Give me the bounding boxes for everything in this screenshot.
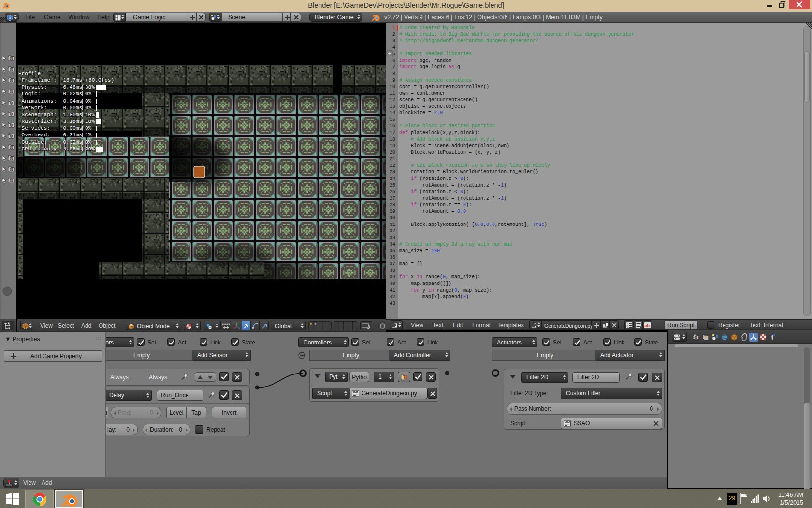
svg-text:ab: ab — [645, 323, 650, 328]
svg-text:3: 3 — [627, 327, 628, 329]
